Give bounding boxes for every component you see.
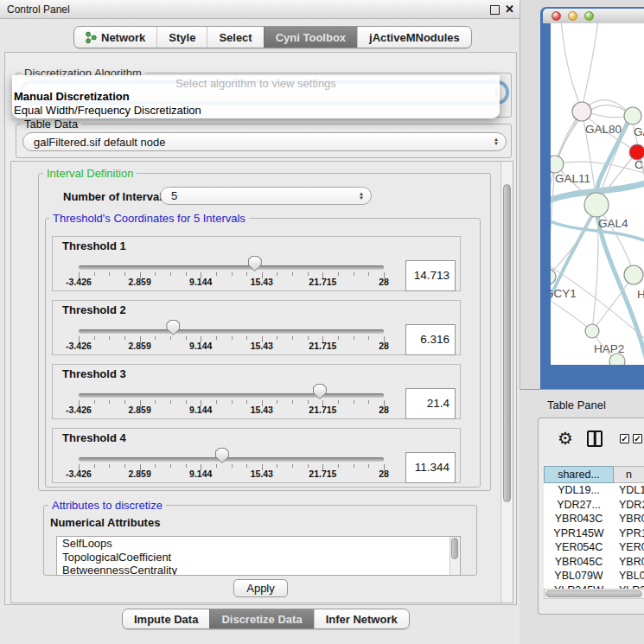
network-canvas[interactable]: GAL80GACGAL11GAL4GCY1HHAP2 <box>551 23 644 365</box>
table-cell[interactable]: YER0 <box>614 540 644 555</box>
table-cell[interactable]: YBR045C <box>544 555 614 570</box>
table-cell[interactable]: YDL19... <box>544 483 614 498</box>
network-node[interactable] <box>584 193 609 217</box>
algorithm-popup-placeholder: Select algorithm to view settings <box>12 77 500 90</box>
network-node[interactable] <box>551 156 564 173</box>
popup-option-manual-discretization[interactable]: Manual Discretization <box>14 90 130 103</box>
number-of-intervals-combobox[interactable]: 5 ▲▼ <box>160 187 372 205</box>
list-scrollbar[interactable] <box>450 537 460 575</box>
network-node[interactable] <box>551 269 556 284</box>
table-cell[interactable]: YBR0 <box>614 512 644 526</box>
network-node[interactable] <box>624 107 641 124</box>
slider-tick <box>124 400 125 404</box>
threshold-value-field[interactable]: 14.713 <box>405 260 456 291</box>
threshold-value-field[interactable]: 11.344 <box>405 452 456 483</box>
vertical-scrollbar-thumb[interactable] <box>503 184 511 502</box>
tab-select[interactable]: Select <box>207 27 263 48</box>
threshold-value-field[interactable]: 6.316 <box>405 324 456 355</box>
slider-tick <box>232 336 233 340</box>
tab-impute-data[interactable]: Impute Data <box>123 609 209 628</box>
slider-scale-label: 15.43 <box>251 405 273 415</box>
slider-track[interactable] <box>79 393 384 398</box>
table-row[interactable]: YPR145WYPR1 <box>544 526 644 541</box>
close-traffic-light[interactable] <box>552 11 561 21</box>
slider-tick <box>246 400 247 404</box>
table-cell[interactable]: YBR043C <box>544 512 614 526</box>
table-cell[interactable]: YBL0 <box>614 569 644 583</box>
tab-cyni-toolbox[interactable]: Cyni Toolbox <box>264 27 357 48</box>
slider-tick <box>354 272 354 276</box>
slider-handle[interactable] <box>166 320 180 335</box>
numerical-attributes-list[interactable]: SelfLoopsTopologicalCoefficientBetweenne… <box>56 536 461 576</box>
slider-handle[interactable] <box>248 256 262 271</box>
table-panel-title: Table Panel <box>547 399 606 411</box>
tab-style[interactable]: Style <box>156 27 207 48</box>
slider-tick <box>94 464 95 468</box>
column-header-name[interactable]: n <box>614 466 644 483</box>
control-panel-title: Control Panel <box>7 3 70 16</box>
slider-tick <box>246 272 247 276</box>
vertical-scrollbar[interactable] <box>501 162 513 603</box>
tab-discretize-data[interactable]: Discretize Data <box>209 609 313 628</box>
columns-icon[interactable] <box>587 430 603 447</box>
table-data-combobox[interactable]: galFiltered.sif default node ▲▼ <box>22 132 507 151</box>
table-body: YDL19...YDL1YDR27...YDR2YBR043CYBR0YPR14… <box>544 483 644 589</box>
table-row[interactable]: YDR27...YDR2 <box>544 498 644 513</box>
float-icon[interactable] <box>490 5 500 15</box>
table-row[interactable]: YBL079WYBL0 <box>544 569 644 583</box>
table-cell[interactable]: YDL1 <box>614 483 644 498</box>
network-node-label: GA <box>634 125 644 138</box>
gear-icon[interactable]: ⚙ <box>558 430 573 447</box>
table-cell[interactable]: YPR145W <box>544 526 614 541</box>
slider-tick <box>186 400 187 404</box>
slider-tick <box>186 336 187 340</box>
checkbox-icon[interactable]: ✓ <box>633 434 642 443</box>
top-tab-bar: Network Style Select Cyni Toolbox jActiv… <box>73 26 472 48</box>
zoom-traffic-light[interactable] <box>584 11 594 21</box>
slider-handle[interactable] <box>313 384 327 399</box>
tab-network[interactable]: Network <box>74 27 156 48</box>
slider-tick <box>292 400 293 404</box>
checkbox-icon[interactable]: ✓ <box>620 434 629 443</box>
network-node[interactable] <box>585 324 599 338</box>
attribute-list-item[interactable]: BetweennessCentrality <box>57 564 460 576</box>
slider-tick <box>308 464 309 468</box>
table-cell[interactable]: YBL079W <box>544 569 614 583</box>
table-row[interactable]: YBR043CYBR0 <box>544 512 644 526</box>
minimize-traffic-light[interactable] <box>568 11 577 21</box>
table-cell[interactable]: YDR27... <box>544 498 614 513</box>
table-row[interactable]: YDL19...YDL1 <box>544 483 644 498</box>
slider-tick <box>186 272 187 276</box>
network-node[interactable] <box>572 102 591 121</box>
table-cell[interactable]: YBR0 <box>614 555 644 570</box>
table-cell[interactable]: YDR2 <box>614 498 644 513</box>
slider-tick <box>94 400 95 404</box>
column-header-shared[interactable]: shared... <box>544 466 614 483</box>
tab-jactivemnodules[interactable]: jActiveMNodules <box>357 27 471 48</box>
slider-track[interactable] <box>79 457 384 462</box>
network-node[interactable] <box>624 265 643 284</box>
popup-option-equal-width[interactable]: Equal Width/Frequency Discretization <box>14 104 201 117</box>
table-panel-area: Table Panel ⚙ ✓ ✓ shared... n YDL19...YD… <box>520 389 644 644</box>
apply-button[interactable]: Apply <box>233 579 288 597</box>
horizontal-scrollbar-thumb[interactable] <box>545 590 642 597</box>
slider-track[interactable] <box>79 329 384 334</box>
attribute-list-item[interactable]: TopologicalCoefficient <box>57 551 460 564</box>
table-cell[interactable]: YER054C <box>544 540 614 555</box>
tab-infer-network[interactable]: Infer Network <box>314 609 409 628</box>
threshold-value-field[interactable]: 21.4 <box>405 388 456 419</box>
attribute-list-item[interactable]: SelfLoops <box>57 537 460 551</box>
close-icon[interactable]: ✕ <box>505 4 514 15</box>
slider-track[interactable] <box>79 265 384 270</box>
table-row[interactable]: YBR045CYBR0 <box>544 555 644 570</box>
slider-handle[interactable] <box>215 448 229 463</box>
horizontal-scrollbar[interactable] <box>544 589 644 599</box>
table-row[interactable]: YER054CYER0 <box>544 540 644 555</box>
slider-tick <box>155 400 156 404</box>
table-cell[interactable]: YPR1 <box>614 526 644 541</box>
slider-scale-label: -3.426 <box>66 341 92 351</box>
slider-tick <box>232 400 233 404</box>
slider-tick <box>155 336 156 340</box>
list-scrollbar-thumb[interactable] <box>451 538 458 559</box>
slider-tick <box>308 272 309 276</box>
